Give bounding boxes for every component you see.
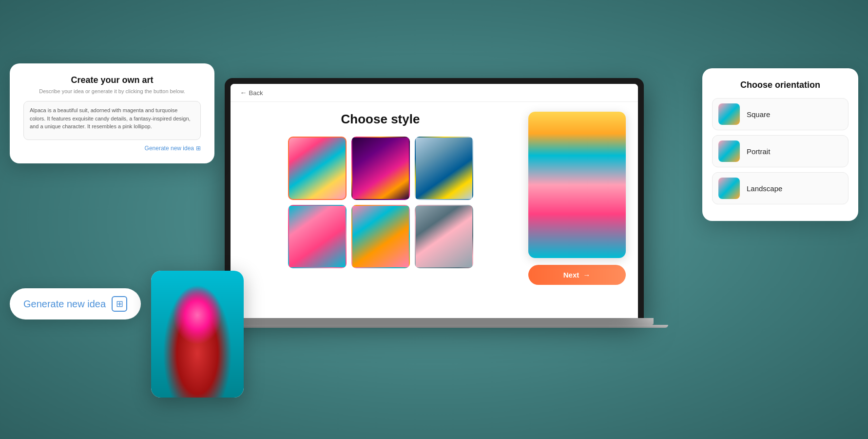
generate-idea-pill[interactable]: Generate new idea ⊞ [10, 288, 141, 319]
orientation-thumb-square [718, 103, 740, 125]
app-main-content: Choose style [231, 102, 638, 318]
laptop-base-bottom [200, 325, 668, 328]
laptop-screen-outer: ← Back Choose style [225, 78, 644, 318]
next-button-arrow-icon: → [583, 271, 590, 279]
style-card-4[interactable] [288, 205, 347, 268]
app-header: ← Back [231, 84, 638, 102]
orientation-option-square[interactable]: Square [712, 98, 849, 130]
orientation-thumb-img-landscape [718, 178, 740, 199]
choose-style-title: Choose style [341, 112, 420, 127]
style-card-1[interactable] [288, 137, 347, 200]
laptop: ← Back Choose style [215, 78, 654, 361]
orientation-thumb-img-square [718, 103, 740, 125]
style-card-2[interactable] [351, 137, 410, 200]
orientation-option-portrait[interactable]: Portrait [712, 135, 849, 167]
preview-section: Next → [521, 112, 628, 308]
orientation-thumb-portrait [718, 140, 740, 162]
orientation-label-landscape: Landscape [747, 184, 782, 193]
back-label: Back [249, 89, 263, 97]
style-section: Choose style [240, 112, 521, 308]
preview-card [528, 112, 626, 258]
orientation-label-portrait: Portrait [747, 147, 770, 156]
style-card-img-1 [289, 138, 346, 199]
floating-phone-card [151, 271, 244, 398]
orientation-card-title: Choose orientation [712, 80, 849, 90]
style-card-img-3 [416, 138, 472, 199]
generate-pill-icon: ⊞ [112, 296, 127, 312]
next-button[interactable]: Next → [528, 265, 626, 285]
create-art-title: Create your own art [23, 75, 201, 85]
style-card-5[interactable] [351, 205, 410, 268]
style-card-img-4 [289, 206, 346, 267]
orientation-card: Choose orientation Square Portrait Lands… [702, 68, 858, 221]
app-ui: ← Back Choose style [231, 84, 638, 318]
style-card-3[interactable] [415, 137, 473, 200]
create-art-card: Create your own art Describe your idea o… [10, 63, 214, 163]
back-arrow-icon: ← [240, 89, 247, 97]
generate-link-icon: ⊞ [196, 145, 201, 152]
style-card-img-2 [352, 138, 409, 199]
phone-alpaca-art [151, 271, 244, 398]
orientation-thumb-img-portrait [718, 140, 740, 162]
orientation-label-square: Square [747, 110, 770, 119]
create-art-subtitle: Describe your idea or generate it by cli… [23, 88, 201, 94]
style-card-6[interactable] [415, 205, 473, 268]
laptop-screen-inner: ← Back Choose style [231, 84, 638, 318]
back-button[interactable]: ← Back [240, 89, 628, 97]
generate-link-text: Generate new idea [145, 145, 194, 152]
generate-link[interactable]: Generate new idea ⊞ [23, 145, 201, 152]
next-button-label: Next [563, 271, 579, 279]
laptop-base [215, 318, 654, 325]
style-grid [288, 137, 473, 268]
orientation-option-landscape[interactable]: Landscape [712, 172, 849, 204]
generate-pill-label: Generate new idea [23, 299, 106, 310]
idea-textarea[interactable]: Alpaca is a beautiful suit, adorned with… [23, 101, 201, 140]
style-card-img-6 [416, 206, 472, 267]
style-card-img-5 [352, 206, 409, 267]
orientation-thumb-landscape [718, 178, 740, 199]
